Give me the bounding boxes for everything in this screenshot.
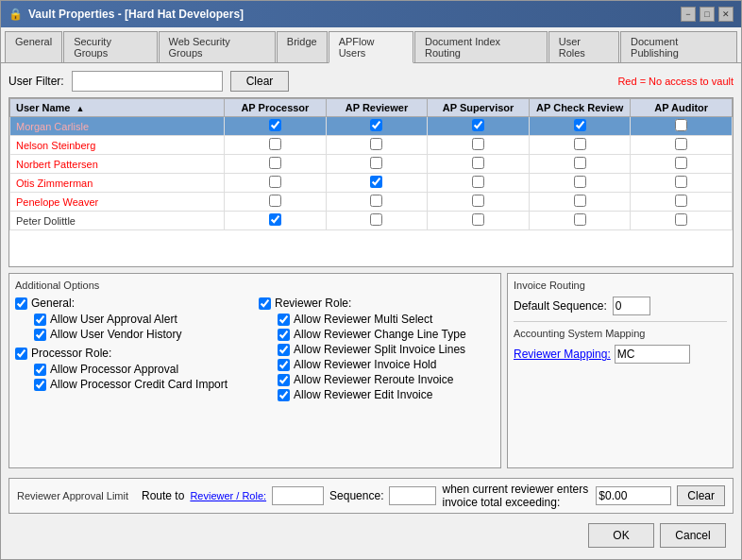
filter-input[interactable]	[72, 71, 223, 92]
checkbox-ap-reviewer[interactable]	[370, 195, 382, 207]
cell-ap-supervisor[interactable]	[428, 174, 530, 193]
cell-ap-supervisor[interactable]	[428, 212, 530, 230]
cell-ap-check-review[interactable]	[529, 174, 631, 193]
col-header-username[interactable]: User Name ▲	[10, 99, 225, 117]
reviewer-mapping-link[interactable]: Reviewer Mapping:	[514, 348, 611, 361]
cell-ap-reviewer[interactable]	[326, 212, 428, 230]
cell-ap-processor[interactable]	[225, 193, 327, 212]
route-to-input[interactable]	[272, 486, 324, 505]
allow-user-vendor-history-checkbox[interactable]	[34, 329, 46, 341]
cell-ap-reviewer[interactable]	[326, 155, 428, 174]
col-header-ap-check-review[interactable]: AP Check Review	[529, 99, 631, 117]
checkbox-ap-supervisor[interactable]	[472, 176, 484, 188]
checkbox-ap-reviewer[interactable]	[370, 213, 382, 226]
processor-role-checkbox[interactable]	[15, 348, 27, 360]
cell-ap-check-review[interactable]	[529, 136, 631, 155]
col-header-ap-processor[interactable]: AP Processor	[225, 99, 327, 117]
checkbox-ap-processor[interactable]	[269, 213, 281, 226]
table-row[interactable]: Peter Dolittle	[10, 212, 733, 230]
cell-ap-processor[interactable]	[225, 117, 327, 136]
close-button[interactable]: ✕	[718, 7, 734, 22]
checkbox-ap-supervisor[interactable]	[472, 138, 484, 150]
table-row[interactable]: Otis Zimmerman	[10, 174, 733, 193]
cell-ap-supervisor[interactable]	[428, 155, 530, 174]
checkbox-ap-check-review[interactable]	[574, 195, 586, 207]
allow-processor-credit-card-checkbox[interactable]	[34, 379, 46, 391]
checkbox-ap-processor[interactable]	[269, 138, 281, 150]
cell-ap-reviewer[interactable]	[326, 117, 428, 136]
cell-ap-check-review[interactable]	[529, 193, 631, 212]
checkbox-ap-supervisor[interactable]	[472, 157, 484, 169]
table-row[interactable]: Penelope Weaver	[10, 193, 733, 212]
table-row[interactable]: Morgan Carlisle	[10, 117, 733, 136]
maximize-button[interactable]: □	[700, 7, 715, 22]
sequence-input[interactable]	[389, 486, 436, 505]
tab-apflow-users[interactable]: APFlow Users	[329, 31, 413, 63]
checkbox-ap-check-review[interactable]	[574, 119, 586, 131]
allow-reviewer-reroute-checkbox[interactable]	[278, 374, 290, 386]
cell-ap-auditor[interactable]	[631, 174, 733, 193]
checkbox-ap-processor[interactable]	[269, 157, 281, 169]
cell-ap-auditor[interactable]	[631, 136, 733, 155]
table-row[interactable]: Norbert Pattersen	[10, 155, 733, 174]
checkbox-ap-supervisor[interactable]	[472, 213, 484, 226]
checkbox-ap-processor[interactable]	[269, 195, 281, 207]
allow-reviewer-split-invoice-checkbox[interactable]	[278, 344, 290, 356]
checkbox-ap-reviewer[interactable]	[370, 157, 382, 169]
cell-ap-check-review[interactable]	[529, 155, 631, 174]
col-header-ap-reviewer[interactable]: AP Reviewer	[326, 99, 428, 117]
checkbox-ap-processor[interactable]	[269, 176, 281, 188]
checkbox-ap-auditor[interactable]	[675, 195, 687, 207]
general-checkbox[interactable]	[15, 297, 27, 310]
allow-reviewer-invoice-hold-checkbox[interactable]	[278, 359, 290, 371]
cell-ap-auditor[interactable]	[631, 193, 733, 212]
checkbox-ap-check-review[interactable]	[574, 176, 586, 188]
checkbox-ap-auditor[interactable]	[675, 157, 687, 169]
cell-ap-processor[interactable]	[225, 174, 327, 193]
cell-ap-reviewer[interactable]	[326, 193, 428, 212]
default-sequence-input[interactable]	[613, 297, 650, 315]
filter-clear-button[interactable]: Clear	[230, 71, 290, 92]
cell-ap-reviewer[interactable]	[326, 174, 428, 193]
col-header-ap-supervisor[interactable]: AP Supervisor	[428, 99, 530, 117]
tab-user-roles[interactable]: User Roles	[548, 31, 619, 62]
cancel-button[interactable]: Cancel	[660, 523, 726, 548]
tab-security-groups[interactable]: Security Groups	[63, 31, 157, 62]
cell-ap-auditor[interactable]	[631, 212, 733, 230]
checkbox-ap-supervisor[interactable]	[472, 195, 484, 207]
checkbox-ap-reviewer[interactable]	[370, 119, 382, 131]
ok-button[interactable]: OK	[588, 523, 654, 548]
checkbox-ap-auditor[interactable]	[675, 138, 687, 150]
cell-ap-processor[interactable]	[225, 155, 327, 174]
tab-bridge[interactable]: Bridge	[277, 31, 328, 62]
checkbox-ap-reviewer[interactable]	[370, 138, 382, 150]
allow-reviewer-multi-select-checkbox[interactable]	[278, 314, 290, 326]
minimize-button[interactable]: −	[681, 7, 696, 22]
checkbox-ap-check-review[interactable]	[574, 138, 586, 150]
amount-input[interactable]	[596, 486, 671, 505]
checkbox-ap-reviewer[interactable]	[370, 176, 382, 188]
reviewer-role-link[interactable]: Reviewer / Role:	[190, 490, 266, 501]
checkbox-ap-supervisor[interactable]	[472, 119, 484, 131]
tab-web-security-groups[interactable]: Web Security Groups	[159, 31, 276, 62]
cell-ap-supervisor[interactable]	[428, 136, 530, 155]
cell-ap-check-review[interactable]	[529, 117, 631, 136]
checkbox-ap-check-review[interactable]	[574, 213, 586, 226]
cell-ap-auditor[interactable]	[631, 117, 733, 136]
tab-general[interactable]: General	[5, 31, 62, 62]
reviewer-limit-clear-button[interactable]: Clear	[677, 485, 725, 506]
checkbox-ap-auditor[interactable]	[675, 119, 687, 131]
cell-ap-supervisor[interactable]	[428, 117, 530, 136]
table-row[interactable]: Nelson Steinberg	[10, 136, 733, 155]
col-header-ap-auditor[interactable]: AP Auditor	[631, 99, 733, 117]
allow-processor-approval-checkbox[interactable]	[34, 364, 46, 376]
checkbox-ap-processor[interactable]	[269, 119, 281, 131]
cell-ap-processor[interactable]	[225, 212, 327, 230]
reviewer-mapping-input[interactable]	[615, 345, 690, 364]
tab-document-index-routing[interactable]: Document Index Routing	[414, 31, 548, 62]
checkbox-ap-auditor[interactable]	[675, 213, 687, 226]
tab-document-publishing[interactable]: Document Publishing	[620, 31, 737, 62]
allow-user-approval-alert-checkbox[interactable]	[34, 314, 46, 326]
checkbox-ap-check-review[interactable]	[574, 157, 586, 169]
cell-ap-reviewer[interactable]	[326, 136, 428, 155]
